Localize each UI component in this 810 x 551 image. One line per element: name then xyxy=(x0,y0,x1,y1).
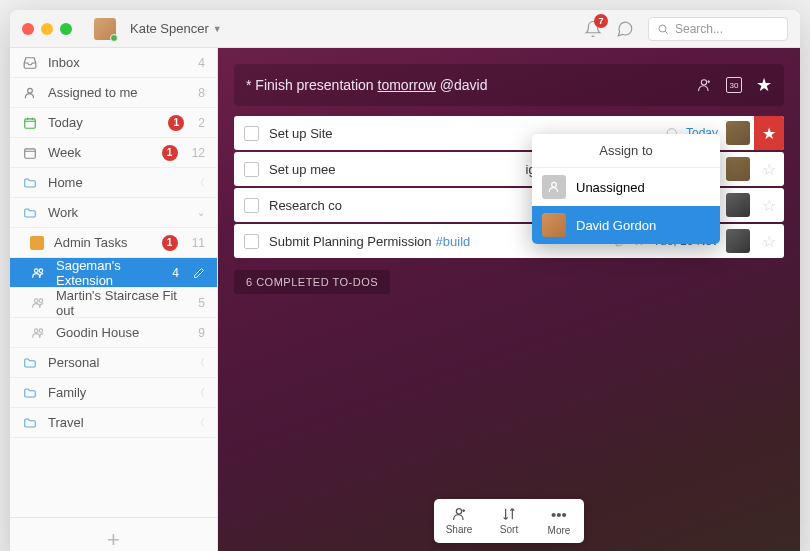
sidebar-list-family[interactable]: Family 〈 xyxy=(10,378,217,408)
assignee-avatar[interactable] xyxy=(726,193,750,217)
app-window: Kate Spencer ▼ 7 Search... Inbox 4 xyxy=(10,10,800,551)
input-assignee-token: @david xyxy=(436,77,488,93)
share-button[interactable]: Share xyxy=(434,499,484,543)
assignee-avatar[interactable] xyxy=(726,157,750,181)
svg-point-7 xyxy=(39,298,43,302)
sidebar-item-label: Travel xyxy=(48,415,185,430)
sidebar-item-label: Personal xyxy=(48,355,185,370)
checkbox[interactable] xyxy=(244,126,259,141)
main-panel: * Finish presentation tomorrow @david 30… xyxy=(218,48,800,551)
star-button[interactable]: ☆ xyxy=(754,188,784,222)
svg-point-9 xyxy=(39,328,43,332)
shared-list-icon xyxy=(30,326,46,340)
input-date-token: tomorrow xyxy=(378,77,436,93)
minimize-window-button[interactable] xyxy=(41,23,53,35)
notifications-button[interactable]: 7 xyxy=(584,20,602,38)
search-input[interactable]: Search... xyxy=(648,17,788,41)
sidebar-item-count: 5 xyxy=(198,296,205,310)
svg-point-5 xyxy=(39,268,43,272)
task-text-fragment: Research co xyxy=(269,198,342,213)
new-task-input[interactable]: * Finish presentation tomorrow @david 30… xyxy=(234,64,784,106)
assign-option-david-gordon[interactable]: David Gordon xyxy=(532,206,720,244)
star-button[interactable]: ☆ xyxy=(754,152,784,186)
sidebar-item-label: Goodin House xyxy=(56,325,188,340)
sidebar-list-work[interactable]: Work ⌄ xyxy=(10,198,217,228)
inbox-icon xyxy=(22,56,38,70)
more-label: More xyxy=(548,525,571,536)
sidebar-list-martins-staircase[interactable]: Martin's Staircase Fit out 5 xyxy=(10,288,217,318)
sidebar-item-count: 11 xyxy=(192,236,205,250)
user-menu[interactable]: Kate Spencer ▼ xyxy=(130,21,222,36)
bottom-toolbar: Share Sort ••• More xyxy=(434,499,584,543)
new-task-text: * Finish presentation tomorrow @david xyxy=(246,77,487,93)
search-placeholder: Search... xyxy=(675,22,723,36)
user-avatar[interactable] xyxy=(94,18,116,40)
person-placeholder-icon xyxy=(542,175,566,199)
close-window-button[interactable] xyxy=(22,23,34,35)
sidebar-item-badge: 1 xyxy=(162,145,178,161)
svg-point-0 xyxy=(659,25,666,32)
sidebar-item-today[interactable]: Today 1 2 xyxy=(10,108,217,138)
star-button[interactable]: ★ xyxy=(754,116,784,150)
chevron-right-icon: 〈 xyxy=(195,416,205,430)
assign-option-unassigned[interactable]: Unassigned xyxy=(532,168,720,206)
calendar-week-icon xyxy=(22,146,38,160)
chevron-down-icon: ▼ xyxy=(213,24,222,34)
sidebar-list-admin-tasks[interactable]: Admin Tasks 1 11 xyxy=(10,228,217,258)
sidebar-list-goodin-house[interactable]: Goodin House 9 xyxy=(10,318,217,348)
task-tag[interactable]: #build xyxy=(436,234,471,249)
sidebar-item-week[interactable]: Week 1 12 xyxy=(10,138,217,168)
username-label: Kate Spencer xyxy=(130,21,209,36)
completed-todos-toggle[interactable]: 6 COMPLETED TO-DOS xyxy=(234,270,390,294)
maximize-window-button[interactable] xyxy=(60,23,72,35)
chevron-right-icon: 〈 xyxy=(195,176,205,190)
assign-popover: Assign to Unassigned David Gordon xyxy=(532,134,720,244)
sidebar-item-assigned[interactable]: Assigned to me 8 xyxy=(10,78,217,108)
svg-rect-3 xyxy=(25,148,36,157)
list-color-icon xyxy=(30,236,44,250)
sidebar-item-label: Admin Tasks xyxy=(54,235,152,250)
notification-count-badge: 7 xyxy=(594,14,608,28)
assignee-avatar[interactable] xyxy=(726,121,750,145)
checkbox[interactable] xyxy=(244,234,259,249)
share-label: Share xyxy=(446,524,473,535)
sidebar-item-count: 4 xyxy=(172,266,179,280)
sidebar-list-personal[interactable]: Personal 〈 xyxy=(10,348,217,378)
sidebar-item-label: Martin's Staircase Fit out xyxy=(56,288,188,318)
star-button[interactable]: ☆ xyxy=(754,224,784,258)
svg-point-6 xyxy=(35,298,39,302)
sidebar-list-home[interactable]: Home 〈 xyxy=(10,168,217,198)
sort-button[interactable]: Sort xyxy=(484,499,534,543)
svg-rect-2 xyxy=(25,118,36,127)
sidebar-item-inbox[interactable]: Inbox 4 xyxy=(10,48,217,78)
more-button[interactable]: ••• More xyxy=(534,499,584,543)
titlebar: Kate Spencer ▼ 7 Search... xyxy=(10,10,800,48)
person-icon xyxy=(22,86,38,100)
sidebar-item-label: Assigned to me xyxy=(48,85,188,100)
calendar-icon[interactable]: 30 xyxy=(726,77,742,93)
folder-open-icon xyxy=(22,206,38,220)
assignee-avatar[interactable] xyxy=(726,229,750,253)
sidebar-item-count: 8 xyxy=(198,86,205,100)
sidebar-item-label: Home xyxy=(48,175,185,190)
traffic-lights xyxy=(22,23,72,35)
sidebar-list-travel[interactable]: Travel 〈 xyxy=(10,408,217,438)
sidebar-item-count: 2 xyxy=(198,116,205,130)
folder-icon xyxy=(22,386,38,400)
sort-label: Sort xyxy=(500,524,518,535)
edit-icon[interactable] xyxy=(193,267,205,279)
calendar-day-number: 30 xyxy=(730,81,739,90)
svg-point-4 xyxy=(35,268,39,272)
search-icon xyxy=(657,23,669,35)
checkbox[interactable] xyxy=(244,162,259,177)
add-list-button[interactable]: + xyxy=(10,517,217,551)
assign-icon[interactable] xyxy=(696,77,712,93)
titlebar-right: 7 Search... xyxy=(584,17,788,41)
sidebar-list-sagemans-extension[interactable]: Sageman's Extension 4 xyxy=(10,258,217,288)
task-text-fragment: Set up mee xyxy=(269,162,336,177)
shared-list-icon xyxy=(30,296,46,310)
conversations-button[interactable] xyxy=(616,20,634,38)
checkbox[interactable] xyxy=(244,198,259,213)
chevron-right-icon: 〈 xyxy=(195,356,205,370)
star-icon[interactable]: ★ xyxy=(756,74,772,96)
